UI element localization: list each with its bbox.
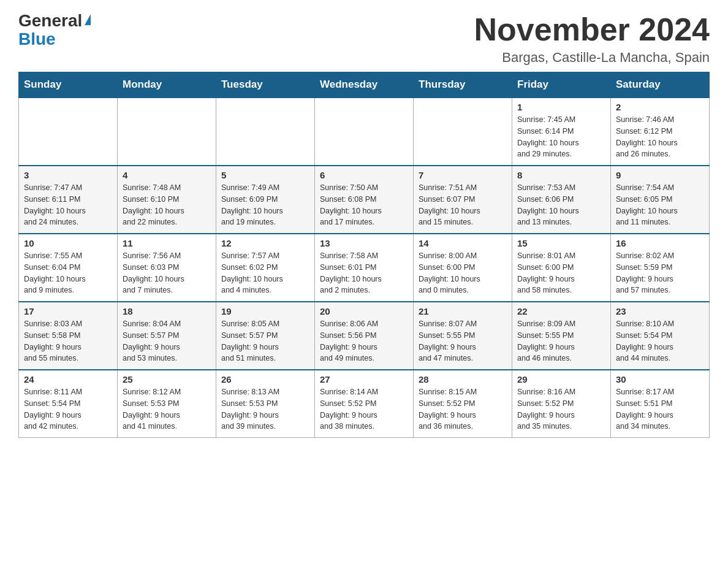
calendar-cell: 5Sunrise: 7:49 AMSunset: 6:09 PMDaylight… <box>216 166 315 234</box>
weekday-header-wednesday: Wednesday <box>315 72 414 98</box>
day-number: 9 <box>616 170 704 180</box>
calendar-cell: 9Sunrise: 7:54 AMSunset: 6:05 PMDaylight… <box>611 166 710 234</box>
day-number: 11 <box>123 238 211 248</box>
day-number: 29 <box>517 374 605 385</box>
day-number: 27 <box>320 374 408 385</box>
day-number: 26 <box>221 374 309 385</box>
calendar-cell: 17Sunrise: 8:03 AMSunset: 5:58 PMDayligh… <box>19 302 118 370</box>
day-info: Sunrise: 7:57 AMSunset: 6:02 PMDaylight:… <box>221 250 309 296</box>
day-info: Sunrise: 8:17 AMSunset: 5:51 PMDaylight:… <box>616 386 704 432</box>
day-number: 20 <box>320 306 408 316</box>
weekday-header-tuesday: Tuesday <box>216 72 315 98</box>
day-info: Sunrise: 8:14 AMSunset: 5:52 PMDaylight:… <box>320 386 408 432</box>
weekday-header-saturday: Saturday <box>611 72 710 98</box>
day-number: 24 <box>24 374 112 385</box>
day-info: Sunrise: 8:00 AMSunset: 6:00 PMDaylight:… <box>419 250 507 296</box>
week-row-2: 3Sunrise: 7:47 AMSunset: 6:11 PMDaylight… <box>19 166 710 234</box>
calendar-cell: 12Sunrise: 7:57 AMSunset: 6:02 PMDayligh… <box>216 234 315 302</box>
calendar-cell: 18Sunrise: 8:04 AMSunset: 5:57 PMDayligh… <box>118 302 216 370</box>
day-info: Sunrise: 8:12 AMSunset: 5:53 PMDaylight:… <box>123 386 211 432</box>
day-info: Sunrise: 8:15 AMSunset: 5:52 PMDaylight:… <box>419 386 507 432</box>
day-number: 8 <box>517 170 605 180</box>
day-info: Sunrise: 7:51 AMSunset: 6:07 PMDaylight:… <box>419 182 507 228</box>
calendar-cell: 23Sunrise: 8:10 AMSunset: 5:54 PMDayligh… <box>611 302 710 370</box>
day-number: 1 <box>517 102 605 112</box>
day-number: 18 <box>123 306 211 316</box>
day-info: Sunrise: 7:58 AMSunset: 6:01 PMDaylight:… <box>320 250 408 296</box>
calendar-cell: 22Sunrise: 8:09 AMSunset: 5:55 PMDayligh… <box>512 302 611 370</box>
day-info: Sunrise: 7:50 AMSunset: 6:08 PMDaylight:… <box>320 182 408 228</box>
day-info: Sunrise: 7:54 AMSunset: 6:05 PMDaylight:… <box>616 182 704 228</box>
calendar-cell: 15Sunrise: 8:01 AMSunset: 6:00 PMDayligh… <box>512 234 611 302</box>
day-number: 12 <box>221 238 309 248</box>
calendar-cell: 4Sunrise: 7:48 AMSunset: 6:10 PMDaylight… <box>118 166 216 234</box>
week-row-5: 24Sunrise: 8:11 AMSunset: 5:54 PMDayligh… <box>19 370 710 438</box>
calendar-cell: 1Sunrise: 7:45 AMSunset: 6:14 PMDaylight… <box>512 98 611 166</box>
calendar-cell <box>118 98 216 166</box>
calendar-cell: 2Sunrise: 7:46 AMSunset: 6:12 PMDaylight… <box>611 98 710 166</box>
day-number: 30 <box>616 374 704 385</box>
day-number: 14 <box>419 238 507 248</box>
week-row-1: 1Sunrise: 7:45 AMSunset: 6:14 PMDaylight… <box>19 98 710 166</box>
day-info: Sunrise: 8:10 AMSunset: 5:54 PMDaylight:… <box>616 318 704 364</box>
page: General Blue November 2024 Bargas, Casti… <box>0 0 728 456</box>
calendar-cell: 6Sunrise: 7:50 AMSunset: 6:08 PMDaylight… <box>315 166 414 234</box>
calendar-cell: 10Sunrise: 7:55 AMSunset: 6:04 PMDayligh… <box>19 234 118 302</box>
day-info: Sunrise: 7:48 AMSunset: 6:10 PMDaylight:… <box>123 182 211 228</box>
logo: General Blue <box>18 12 91 48</box>
calendar-cell: 20Sunrise: 8:06 AMSunset: 5:56 PMDayligh… <box>315 302 414 370</box>
calendar-cell: 13Sunrise: 7:58 AMSunset: 6:01 PMDayligh… <box>315 234 414 302</box>
day-number: 19 <box>221 306 309 316</box>
day-info: Sunrise: 7:55 AMSunset: 6:04 PMDaylight:… <box>24 250 112 296</box>
day-info: Sunrise: 8:03 AMSunset: 5:58 PMDaylight:… <box>24 318 112 364</box>
day-info: Sunrise: 8:07 AMSunset: 5:55 PMDaylight:… <box>419 318 507 364</box>
day-info: Sunrise: 8:06 AMSunset: 5:56 PMDaylight:… <box>320 318 408 364</box>
month-title: November 2024 <box>474 12 710 47</box>
calendar-cell: 3Sunrise: 7:47 AMSunset: 6:11 PMDaylight… <box>19 166 118 234</box>
day-info: Sunrise: 8:05 AMSunset: 5:57 PMDaylight:… <box>221 318 309 364</box>
calendar-cell: 24Sunrise: 8:11 AMSunset: 5:54 PMDayligh… <box>19 370 118 438</box>
calendar-cell: 7Sunrise: 7:51 AMSunset: 6:07 PMDaylight… <box>414 166 512 234</box>
calendar-cell: 30Sunrise: 8:17 AMSunset: 5:51 PMDayligh… <box>611 370 710 438</box>
day-info: Sunrise: 7:45 AMSunset: 6:14 PMDaylight:… <box>517 114 605 160</box>
day-info: Sunrise: 8:02 AMSunset: 5:59 PMDaylight:… <box>616 250 704 296</box>
day-info: Sunrise: 7:46 AMSunset: 6:12 PMDaylight:… <box>616 114 704 160</box>
weekday-header-row: SundayMondayTuesdayWednesdayThursdayFrid… <box>19 72 710 98</box>
day-number: 28 <box>419 374 507 385</box>
day-number: 22 <box>517 306 605 316</box>
calendar-cell: 8Sunrise: 7:53 AMSunset: 6:06 PMDaylight… <box>512 166 611 234</box>
calendar-cell <box>414 98 512 166</box>
day-info: Sunrise: 7:53 AMSunset: 6:06 PMDaylight:… <box>517 182 605 228</box>
day-number: 25 <box>123 374 211 385</box>
calendar-cell <box>315 98 414 166</box>
header: General Blue November 2024 Bargas, Casti… <box>18 12 710 66</box>
day-info: Sunrise: 8:11 AMSunset: 5:54 PMDaylight:… <box>24 386 112 432</box>
calendar-cell: 28Sunrise: 8:15 AMSunset: 5:52 PMDayligh… <box>414 370 512 438</box>
calendar-cell: 27Sunrise: 8:14 AMSunset: 5:52 PMDayligh… <box>315 370 414 438</box>
day-info: Sunrise: 7:47 AMSunset: 6:11 PMDaylight:… <box>24 182 112 228</box>
calendar-cell: 25Sunrise: 8:12 AMSunset: 5:53 PMDayligh… <box>118 370 216 438</box>
day-number: 10 <box>24 238 112 248</box>
calendar-cell: 16Sunrise: 8:02 AMSunset: 5:59 PMDayligh… <box>611 234 710 302</box>
calendar-table: SundayMondayTuesdayWednesdayThursdayFrid… <box>18 72 710 438</box>
day-info: Sunrise: 8:04 AMSunset: 5:57 PMDaylight:… <box>123 318 211 364</box>
weekday-header-friday: Friday <box>512 72 611 98</box>
day-info: Sunrise: 7:49 AMSunset: 6:09 PMDaylight:… <box>221 182 309 228</box>
day-number: 21 <box>419 306 507 316</box>
logo-blue-text: Blue <box>18 31 56 48</box>
weekday-header-sunday: Sunday <box>19 72 118 98</box>
calendar-cell: 29Sunrise: 8:16 AMSunset: 5:52 PMDayligh… <box>512 370 611 438</box>
day-number: 6 <box>320 170 408 180</box>
day-number: 5 <box>221 170 309 180</box>
day-number: 16 <box>616 238 704 248</box>
day-info: Sunrise: 8:09 AMSunset: 5:55 PMDaylight:… <box>517 318 605 364</box>
logo-general-text: General <box>18 12 82 29</box>
day-info: Sunrise: 8:16 AMSunset: 5:52 PMDaylight:… <box>517 386 605 432</box>
calendar-cell: 11Sunrise: 7:56 AMSunset: 6:03 PMDayligh… <box>118 234 216 302</box>
calendar-cell: 21Sunrise: 8:07 AMSunset: 5:55 PMDayligh… <box>414 302 512 370</box>
location-text: Bargas, Castille-La Mancha, Spain <box>474 50 710 66</box>
calendar-cell: 14Sunrise: 8:00 AMSunset: 6:00 PMDayligh… <box>414 234 512 302</box>
day-info: Sunrise: 8:01 AMSunset: 6:00 PMDaylight:… <box>517 250 605 296</box>
day-number: 15 <box>517 238 605 248</box>
title-block: November 2024 Bargas, Castille-La Mancha… <box>474 12 710 66</box>
